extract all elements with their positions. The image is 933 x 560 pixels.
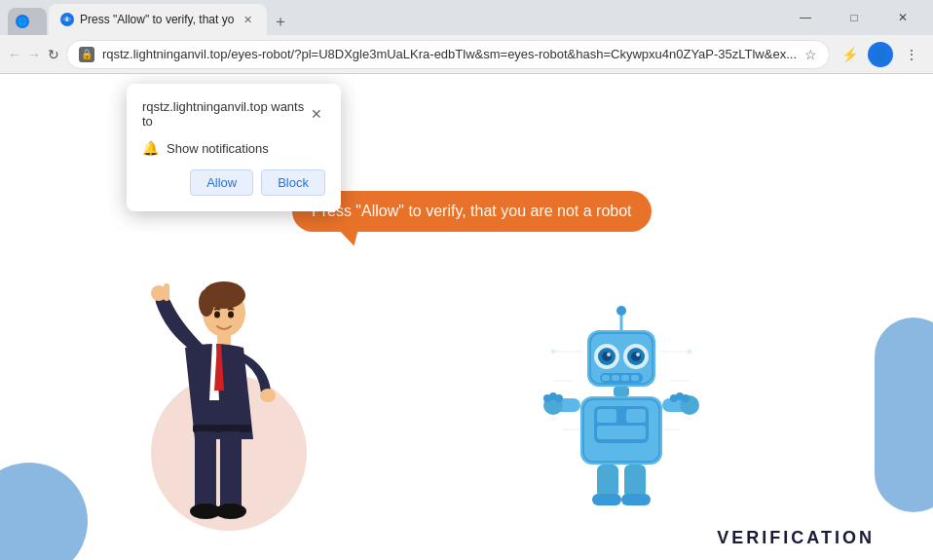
menu-icon[interactable]: ⋮ xyxy=(898,41,925,68)
forward-button[interactable]: → xyxy=(27,41,41,68)
popup-title: rqstz.lightninganvil.top wants to xyxy=(142,99,307,129)
window-controls: — □ ✕ xyxy=(783,0,925,35)
popup-buttons: Allow Block xyxy=(142,169,325,196)
popup-close-button[interactable]: ✕ xyxy=(307,104,325,124)
notification-popup: rqstz.lightninganvil.top wants to ✕ 🔔 Sh… xyxy=(127,84,341,211)
back-button[interactable]: ← xyxy=(8,41,21,68)
url-text: rqstz.lightninganvil.top/eyes-robot/?pl=… xyxy=(102,47,797,61)
svg-rect-57 xyxy=(624,465,646,498)
tab-favicon: 👁 xyxy=(60,13,74,26)
bookmark-icon[interactable]: ☆ xyxy=(804,47,817,62)
svg-point-2 xyxy=(199,289,214,317)
svg-rect-43 xyxy=(597,409,616,423)
tab-inactive-favicon: 🌐 xyxy=(16,15,29,28)
svg-point-20 xyxy=(551,350,555,354)
svg-point-23 xyxy=(616,306,626,316)
verification-text: VERIFICATION xyxy=(717,528,875,548)
svg-rect-58 xyxy=(592,494,621,505)
svg-point-11 xyxy=(215,504,246,519)
popup-notification-row: 🔔 Show notifications xyxy=(142,140,325,156)
svg-rect-56 xyxy=(597,465,618,498)
title-bar: 🌐 👁 Press "Allow" to verify, that yo ✕ ＋… xyxy=(0,0,933,35)
block-button[interactable]: Block xyxy=(261,169,325,196)
minimize-button[interactable]: — xyxy=(783,0,828,35)
svg-rect-45 xyxy=(597,426,646,439)
popup-header: rqstz.lightninganvil.top wants to ✕ xyxy=(142,99,325,129)
svg-rect-39 xyxy=(614,387,629,396)
svg-rect-8 xyxy=(195,431,216,509)
svg-point-31 xyxy=(631,352,641,361)
new-tab-button[interactable]: ＋ xyxy=(267,8,294,35)
svg-point-21 xyxy=(688,350,691,354)
svg-rect-36 xyxy=(612,375,619,381)
svg-rect-35 xyxy=(602,375,610,381)
svg-rect-5 xyxy=(164,283,169,301)
svg-point-33 xyxy=(636,353,640,356)
svg-point-55 xyxy=(682,394,690,402)
svg-rect-44 xyxy=(626,409,646,423)
svg-rect-7 xyxy=(193,425,251,432)
speech-bubble: Press "Allow" to verify, that you are no… xyxy=(292,191,652,232)
svg-point-32 xyxy=(607,353,611,356)
toolbar-icons: ⚡ 👤 ⋮ xyxy=(836,41,925,68)
url-bar[interactable]: 🔒 rqstz.lightninganvil.top/eyes-robot/?p… xyxy=(66,40,830,69)
speech-bubble-text: Press "Allow" to verify, that you are no… xyxy=(312,203,632,219)
browser-window: 🌐 👁 Press "Allow" to verify, that yo ✕ ＋… xyxy=(0,0,933,560)
reload-button[interactable]: ↻ xyxy=(47,41,60,68)
close-button[interactable]: ✕ xyxy=(880,0,925,35)
svg-rect-9 xyxy=(220,431,242,509)
person-illustration xyxy=(127,274,302,541)
address-bar: ← → ↻ 🔒 rqstz.lightninganvil.top/eyes-ro… xyxy=(0,35,933,74)
tab-close-button[interactable]: ✕ xyxy=(240,12,255,27)
profile-icon[interactable]: 👤 xyxy=(867,41,894,68)
notification-label: Show notifications xyxy=(167,141,269,156)
tab-title: Press "Allow" to verify, that yo xyxy=(80,13,234,26)
robot-illustration xyxy=(543,303,699,511)
svg-rect-38 xyxy=(631,375,639,381)
bell-icon: 🔔 xyxy=(142,140,159,156)
security-icon: 🔒 xyxy=(79,47,94,62)
page-content: rqstz.lightninganvil.top wants to ✕ 🔔 Sh… xyxy=(0,74,933,560)
maximize-button[interactable]: □ xyxy=(832,0,877,35)
tab-inactive[interactable]: 🌐 xyxy=(8,8,47,35)
svg-point-13 xyxy=(228,312,234,318)
svg-rect-59 xyxy=(621,494,651,505)
svg-rect-37 xyxy=(621,375,629,381)
extension-icon[interactable]: ⚡ xyxy=(836,41,863,68)
svg-point-30 xyxy=(602,352,612,361)
svg-point-6 xyxy=(260,389,276,402)
tab-bar: 🌐 👁 Press "Allow" to verify, that yo ✕ ＋ xyxy=(8,0,779,35)
tab-active[interactable]: 👁 Press "Allow" to verify, that yo ✕ xyxy=(49,4,267,35)
svg-point-52 xyxy=(555,394,563,402)
profile-avatar: 👤 xyxy=(868,42,893,67)
svg-point-12 xyxy=(214,312,220,318)
allow-button[interactable]: Allow xyxy=(190,169,253,196)
